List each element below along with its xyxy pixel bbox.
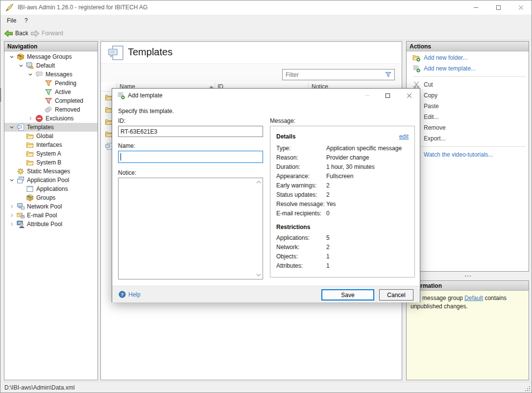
tree-item-attribute-pool[interactable]: Attribute Pool xyxy=(4,220,97,229)
folder-icon xyxy=(26,132,34,140)
chevron-down-icon[interactable] xyxy=(8,177,17,184)
detail-value: 2 xyxy=(326,182,330,189)
tree-item-system-a[interactable]: System A xyxy=(4,149,97,158)
forward-button[interactable]: Forward xyxy=(28,28,65,39)
tree-item-active[interactable]: Active xyxy=(4,88,97,96)
tree-item-label: Pending xyxy=(53,80,76,87)
tree-item-label: Completed xyxy=(53,97,83,104)
name-label: Name: xyxy=(118,142,135,149)
notice-field[interactable] xyxy=(118,178,263,279)
tree-item-label: Application Pool xyxy=(25,177,69,184)
tree-item-label: Removed xyxy=(53,106,80,113)
chevron-spacer xyxy=(8,168,17,175)
chevron-spacer xyxy=(18,194,26,201)
chevron-right-icon[interactable] xyxy=(8,212,17,219)
menu-file[interactable]: File xyxy=(4,15,19,26)
tree-item-global[interactable]: Global xyxy=(4,132,97,140)
scroll-down-icon[interactable] xyxy=(256,274,261,277)
tree-item-e-mail-pool[interactable]: E-mail Pool xyxy=(4,211,97,220)
groups-icon xyxy=(26,194,34,202)
chevron-down-icon[interactable] xyxy=(8,53,17,60)
restriction-row-network: Network:2 xyxy=(276,244,411,253)
chevron-down-icon[interactable] xyxy=(18,62,26,69)
filter-input[interactable] xyxy=(283,69,383,80)
toolbar: Back Forward xyxy=(0,26,532,40)
tree-item-applications[interactable]: Applications xyxy=(4,185,97,193)
tree-item-label: System B xyxy=(34,159,61,166)
speech-bubble-icon xyxy=(35,70,44,78)
chevron-right-icon[interactable] xyxy=(8,203,17,210)
chevron-right-icon[interactable] xyxy=(27,115,35,122)
dialog-subtitle: Specify this template. xyxy=(118,108,174,115)
save-button[interactable]: Save xyxy=(321,289,374,301)
tree-item-messages[interactable]: Messages xyxy=(4,70,97,79)
action-watch-the-video-tutorials[interactable]: Watch the video-tutorials... xyxy=(407,149,529,160)
add-template-icon xyxy=(117,92,125,99)
tree-item-exclusions[interactable]: Exclusions xyxy=(4,114,97,123)
tree-item-removed[interactable]: Removed xyxy=(4,105,97,114)
nav-scrollbar-thumb[interactable] xyxy=(0,88,1,102)
chevron-right-icon[interactable] xyxy=(8,221,17,228)
tree-item-network-pool[interactable]: Network Pool xyxy=(4,202,97,211)
action-label: Add new template... xyxy=(420,65,476,72)
action-add-new-template[interactable]: Add new template... xyxy=(407,63,529,74)
folder-icon xyxy=(26,150,34,158)
dialog-close-button[interactable] xyxy=(402,89,416,102)
resize-grip[interactable] xyxy=(525,386,531,392)
tree-item-system-b[interactable]: System B xyxy=(4,158,97,167)
id-field[interactable] xyxy=(118,126,263,137)
information-header: Information xyxy=(407,281,529,291)
tree-item-groups[interactable]: Groups xyxy=(4,193,97,202)
dialog-maximize-button[interactable] xyxy=(380,89,395,102)
add-folder-icon xyxy=(412,54,420,62)
action-label: Copy xyxy=(420,92,437,99)
cancel-button[interactable]: Cancel xyxy=(379,289,413,301)
action-export[interactable]: Export... xyxy=(407,133,529,144)
text-caret xyxy=(121,153,121,161)
chevron-spacer xyxy=(36,106,45,113)
action-label: Watch the video-tutorials... xyxy=(420,151,493,158)
menu-help[interactable]: ? xyxy=(22,15,31,26)
restriction-row-objects: Objects:1 xyxy=(276,253,411,262)
detail-label: Status updates: xyxy=(276,191,317,198)
tree-item-static-messages[interactable]: Static Messages xyxy=(4,167,97,176)
help-link[interactable]: Help xyxy=(128,291,141,298)
back-button[interactable]: Back xyxy=(2,28,30,39)
tree-item-label: Templates xyxy=(25,124,54,131)
name-field[interactable] xyxy=(118,151,263,163)
action-paste[interactable]: Paste xyxy=(407,101,529,112)
scroll-up-icon[interactable] xyxy=(256,181,261,184)
help-icon[interactable]: ? xyxy=(119,291,126,298)
panel-splitter[interactable] xyxy=(406,272,529,280)
tree-item-interfaces[interactable]: Interfaces xyxy=(4,140,97,149)
tree-item-label: Groups xyxy=(34,194,55,201)
edit-link[interactable]: edit xyxy=(399,133,409,140)
action-remove[interactable]: Remove xyxy=(407,122,529,133)
action-copy[interactable]: Copy xyxy=(407,90,529,101)
template-icon xyxy=(17,123,25,131)
action-add-new-folder[interactable]: Add new folder... xyxy=(407,52,529,63)
funnel-red-icon xyxy=(45,97,53,105)
chevron-down-icon[interactable] xyxy=(27,71,35,78)
default-group-link[interactable]: Default xyxy=(464,295,483,301)
filter-funnel-icon[interactable] xyxy=(385,71,392,78)
action-edit[interactable]: Edit... xyxy=(407,112,529,122)
details-heading: Details xyxy=(276,133,295,140)
dialog-minimize-button[interactable] xyxy=(360,89,374,102)
tree-item-pending[interactable]: Pending xyxy=(4,79,97,88)
information-message: The message group Default contains unpub… xyxy=(407,291,529,380)
minimize-button[interactable] xyxy=(464,0,487,15)
tree-item-templates[interactable]: Templates xyxy=(4,123,97,132)
filter-box xyxy=(282,69,395,80)
tree-item-completed[interactable]: Completed xyxy=(4,96,97,105)
close-button[interactable] xyxy=(509,0,532,15)
tree-item-application-pool[interactable]: Application Pool xyxy=(4,176,97,185)
chevron-down-icon[interactable] xyxy=(8,124,17,131)
tree-item-message-groups[interactable]: Message Groups xyxy=(4,52,97,61)
navigation-header: Navigation xyxy=(4,42,97,51)
maximize-button[interactable] xyxy=(487,0,509,15)
status-path: D:\IBI-aws\Admin\Data.xml xyxy=(4,384,74,391)
action-cut[interactable]: Cut xyxy=(407,79,529,90)
tree-item-default[interactable]: Default xyxy=(4,61,97,70)
restriction-value: 1 xyxy=(326,262,330,269)
